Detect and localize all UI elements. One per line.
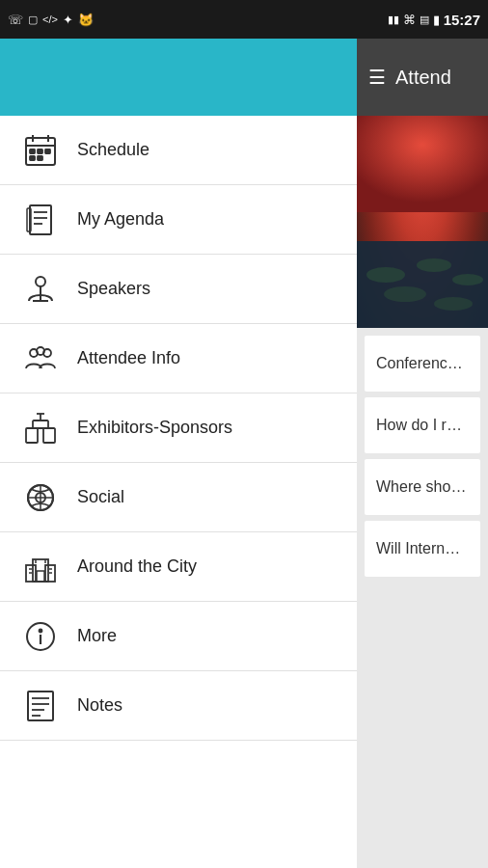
svg-point-50 xyxy=(366,267,405,283)
hamburger-icon[interactable]: ☰ xyxy=(368,66,386,89)
status-time: 15:27 xyxy=(444,12,480,28)
sidebar-item-social-label: Social xyxy=(77,487,124,507)
faq-item-1-text: How do I reg... xyxy=(376,417,469,434)
svg-rect-7 xyxy=(30,156,35,160)
notes-icon xyxy=(19,685,62,727)
svg-rect-33 xyxy=(37,571,44,582)
status-bar-right-icons: ▮▮ ⌘ ▤ ▮ 15:27 xyxy=(388,12,480,28)
sidebar-item-more[interactable]: More xyxy=(0,602,357,671)
social-icon xyxy=(19,476,62,519)
faq-item-3-text: Will Internet ... xyxy=(376,540,469,557)
svg-point-54 xyxy=(434,297,473,311)
faq-item-2[interactable]: Where shoul... xyxy=(365,459,480,515)
icon-battery: ▮ xyxy=(433,13,440,27)
sidebar-item-around-city[interactable]: Around the City xyxy=(0,532,357,602)
icon-vibrate: ▮▮ xyxy=(388,14,399,26)
svg-rect-8 xyxy=(38,156,42,160)
navigation-drawer: Schedule My Agenda xyxy=(0,39,357,868)
right-panel-title: Attend xyxy=(395,67,451,89)
svg-rect-21 xyxy=(43,428,55,443)
svg-rect-48 xyxy=(357,116,488,212)
sidebar-item-notes-label: Notes xyxy=(77,695,122,716)
faq-item-3[interactable]: Will Internet ... xyxy=(365,521,480,577)
sidebar-item-exhibitors[interactable]: Exhibitors-Sponsors xyxy=(0,393,357,463)
drawer-header xyxy=(0,39,357,116)
speaker-icon xyxy=(19,268,62,311)
status-bar: ☏ ▢ </> ✦ 🐱 ▮▮ ⌘ ▤ ▮ 15:27 xyxy=(0,0,488,39)
sidebar-item-exhibitors-label: Exhibitors-Sponsors xyxy=(77,418,232,438)
event-image xyxy=(357,116,488,328)
right-panel: ☰ Attend xyxy=(357,39,488,868)
agenda-icon xyxy=(19,199,62,241)
icon-usb: ✦ xyxy=(63,13,73,27)
attendees-icon xyxy=(19,338,62,380)
icon-wifi: ⌘ xyxy=(403,13,416,27)
main-container: Schedule My Agenda xyxy=(0,39,488,868)
faq-item-1[interactable]: How do I reg... xyxy=(365,397,480,453)
icon-code: </> xyxy=(42,14,58,25)
faq-list: Conference C... How do I reg... Where sh… xyxy=(357,328,488,868)
svg-rect-9 xyxy=(30,205,51,234)
sidebar-item-my-agenda-label: My Agenda xyxy=(77,209,164,230)
sidebar-item-attendee-info[interactable]: Attendee Info xyxy=(0,324,357,393)
icon-phone: ☏ xyxy=(8,13,23,27)
faq-item-2-text: Where shoul... xyxy=(376,478,469,496)
sidebar-item-more-label: More xyxy=(77,626,117,646)
svg-point-41 xyxy=(40,629,42,632)
svg-rect-4 xyxy=(30,149,35,153)
svg-rect-22 xyxy=(33,420,48,428)
status-bar-left-icons: ☏ ▢ </> ✦ 🐱 xyxy=(8,13,94,27)
icon-cat: 🐱 xyxy=(78,13,94,27)
faq-item-0[interactable]: Conference C... xyxy=(365,336,480,392)
sidebar-item-attendee-info-label: Attendee Info xyxy=(77,348,180,368)
icon-screen: ▢ xyxy=(28,14,38,26)
svg-point-51 xyxy=(417,258,451,272)
sidebar-item-speakers-label: Speakers xyxy=(77,279,150,299)
svg-rect-5 xyxy=(38,149,42,153)
calendar-icon xyxy=(19,129,62,172)
sidebar-item-social[interactable]: Social xyxy=(0,463,357,532)
svg-rect-6 xyxy=(45,149,50,153)
right-panel-header: ☰ Attend xyxy=(357,39,488,116)
drawer-menu: Schedule My Agenda xyxy=(0,116,357,868)
svg-rect-20 xyxy=(26,428,38,443)
svg-point-14 xyxy=(36,277,45,286)
event-image-background xyxy=(357,116,488,328)
icon-signal: ▤ xyxy=(420,14,429,26)
svg-point-53 xyxy=(384,286,426,302)
sidebar-item-around-city-label: Around the City xyxy=(77,556,197,577)
sidebar-item-schedule[interactable]: Schedule xyxy=(0,116,357,185)
city-icon xyxy=(19,546,62,588)
exhibitors-icon xyxy=(19,407,62,449)
sidebar-item-speakers[interactable]: Speakers xyxy=(0,255,357,324)
sidebar-item-notes[interactable]: Notes xyxy=(0,671,357,741)
faq-item-0-text: Conference C... xyxy=(376,355,469,372)
info-icon xyxy=(19,615,62,658)
sidebar-item-my-agenda[interactable]: My Agenda xyxy=(0,185,357,255)
sidebar-item-schedule-label: Schedule xyxy=(77,140,149,160)
svg-point-52 xyxy=(452,274,483,285)
